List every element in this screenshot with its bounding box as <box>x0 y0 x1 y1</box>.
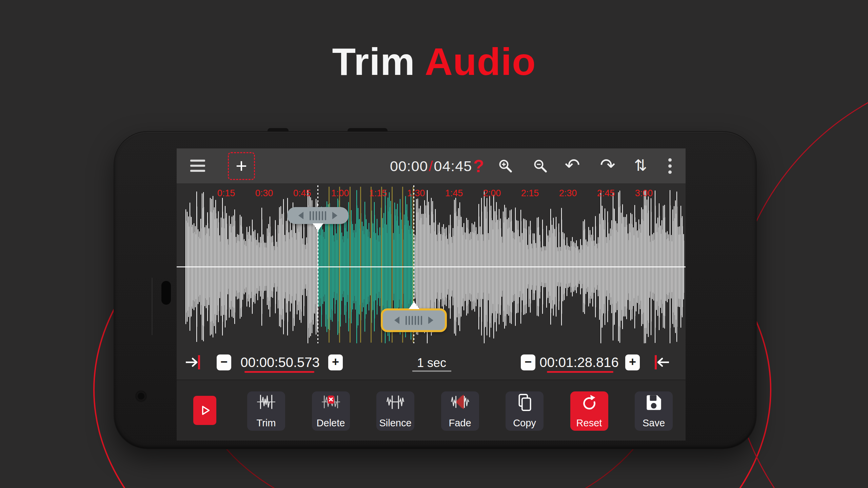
silence-icon <box>386 408 405 413</box>
zoom-in-icon[interactable] <box>497 158 514 174</box>
handle-arrow-left-icon <box>394 317 399 324</box>
swap-vertical-icon[interactable]: ⇅ <box>634 158 647 173</box>
action-label: Copy <box>506 418 544 429</box>
timeline-label: 1:00 <box>331 188 349 199</box>
timeline-label: 3:00 <box>635 188 653 199</box>
marker-line <box>371 187 372 343</box>
start-time-minus-button[interactable]: − <box>217 354 231 370</box>
front-camera <box>136 391 146 401</box>
timeline-label: 2:30 <box>559 188 577 199</box>
handle-grip-icon <box>310 211 326 220</box>
start-time-underline <box>244 371 314 373</box>
marker-line <box>360 187 361 343</box>
action-label: Trim <box>247 418 285 429</box>
phone-frame: + 00:00/04:45 ? ↶ ↷ ⇅ <box>114 131 757 449</box>
menu-icon[interactable] <box>190 160 205 172</box>
delete-icon <box>321 408 341 413</box>
play-icon <box>196 401 213 420</box>
timeline-label: 2:00 <box>483 188 501 199</box>
action-label: Reset <box>570 418 608 429</box>
zoom-out-icon[interactable] <box>532 158 549 174</box>
page: { "title": { "part1": "Trim", "part2": "… <box>0 0 868 488</box>
waveform-area[interactable]: 0:150:300:451:001:151:301:452:002:152:30… <box>177 183 686 345</box>
action-label: Save <box>635 418 673 429</box>
overflow-menu-icon[interactable] <box>668 158 672 174</box>
end-time-underline <box>547 371 613 373</box>
trim-button[interactable]: Trim <box>247 391 285 431</box>
timeline-label: 0:15 <box>217 188 235 199</box>
fade-button[interactable]: Fade <box>441 391 479 431</box>
timeline-label: 0:30 <box>255 188 273 199</box>
action-label: Silence <box>376 418 414 429</box>
waveform-center-line <box>177 266 686 267</box>
ear-speaker <box>161 281 171 305</box>
skip-to-end-icon[interactable] <box>653 353 670 371</box>
antenna-seam <box>152 278 153 335</box>
marker-line <box>350 187 351 343</box>
selection-start-handle[interactable] <box>287 207 349 224</box>
play-button[interactable] <box>193 396 216 425</box>
reset-icon <box>579 408 599 413</box>
title-word-audio: Audio <box>425 40 536 83</box>
end-time-minus-button[interactable]: − <box>521 354 535 370</box>
selection-controls: − 00:00:50.573 + 1 sec − 00:01:28.816 + <box>177 345 686 379</box>
time-total: 04:45 <box>434 158 472 174</box>
step-value[interactable]: 1 sec <box>417 356 446 370</box>
time-separator: / <box>428 158 434 174</box>
end-time-plus-button[interactable]: + <box>625 354 640 370</box>
help-button[interactable]: ? <box>473 156 484 176</box>
timeline-label: 1:15 <box>369 188 387 199</box>
redo-icon[interactable]: ↷ <box>600 156 615 174</box>
page-title: Trim Audio <box>0 39 868 84</box>
copy-icon <box>515 408 534 413</box>
action-label: Fade <box>441 418 479 429</box>
skip-to-start-icon[interactable] <box>184 353 202 371</box>
undo-icon[interactable]: ↶ <box>565 156 580 174</box>
handle-arrow-left-icon <box>298 212 303 219</box>
app-screen: + 00:00/04:45 ? ↶ ↷ ⇅ <box>177 148 686 441</box>
timeline-label: 1:45 <box>445 188 463 199</box>
selection-end-handle[interactable] <box>381 308 447 332</box>
handle-arrow-right-icon <box>332 212 337 219</box>
fade-icon <box>450 408 470 413</box>
timeline-label: 1:30 <box>407 188 425 199</box>
action-toolbar: TrimDeleteSilenceFadeCopyResetSave <box>177 380 686 441</box>
time-display: 00:00/04:45 <box>390 158 472 174</box>
top-toolbar: + 00:00/04:45 ? ↶ ↷ ⇅ <box>177 148 686 183</box>
step-underline <box>412 370 451 372</box>
title-word-trim: Trim <box>332 40 415 83</box>
selection-start-time[interactable]: 00:00:50.573 <box>240 355 320 370</box>
handle-arrow-right-icon <box>428 317 433 324</box>
handle-grip-icon <box>406 316 422 325</box>
timeline-label: 2:45 <box>597 188 615 199</box>
trim-icon <box>256 408 276 413</box>
timeline-label: 0:45 <box>293 188 311 199</box>
silence-button[interactable]: Silence <box>376 391 414 431</box>
add-audio-button[interactable]: + <box>228 152 255 180</box>
action-label: Delete <box>312 418 350 429</box>
timeline-label: 2:15 <box>521 188 539 199</box>
selection-end-time[interactable]: 00:01:28.816 <box>539 355 619 370</box>
reset-button[interactable]: Reset <box>570 391 608 431</box>
copy-button[interactable]: Copy <box>506 391 544 431</box>
save-icon <box>644 408 664 413</box>
start-time-plus-button[interactable]: + <box>328 354 343 370</box>
delete-button[interactable]: Delete <box>312 391 350 431</box>
save-button[interactable]: Save <box>635 391 673 431</box>
time-current: 00:00 <box>390 158 428 174</box>
